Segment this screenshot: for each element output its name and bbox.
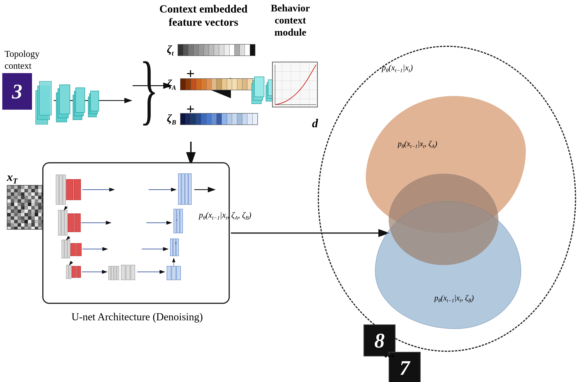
svg-rect-143 — [35, 213, 38, 216]
svg-rect-209 — [76, 243, 81, 256]
svg-rect-45 — [28, 185, 31, 189]
svg-rect-107 — [35, 203, 38, 206]
svg-rect-114 — [18, 206, 21, 209]
svg-rect-63 — [7, 192, 11, 196]
svg-rect-218 — [109, 266, 111, 280]
svg-rect-138 — [18, 213, 21, 216]
curly-brace: } — [140, 50, 158, 128]
p-outer-label: pθ(xt−1|xt) — [382, 63, 413, 74]
svg-rect-207 — [68, 240, 70, 258]
svg-rect-39 — [7, 185, 11, 189]
svg-rect-51 — [7, 189, 11, 192]
svg-rect-99 — [7, 203, 11, 206]
svg-rect-92 — [24, 199, 28, 203]
svg-rect-142 — [31, 213, 35, 216]
svg-rect-55 — [21, 189, 24, 192]
input-digit-box: 3 — [2, 73, 32, 110]
svg-rect-203 — [68, 214, 74, 232]
svg-rect-119 — [35, 206, 38, 209]
unet-architecture-box — [42, 162, 230, 304]
svg-rect-60 — [38, 189, 42, 192]
svg-rect-140 — [24, 213, 28, 216]
svg-rect-68 — [24, 192, 28, 196]
svg-rect-129 — [28, 209, 31, 213]
svg-rect-246 — [185, 174, 188, 204]
svg-rect-126 — [18, 209, 21, 213]
svg-rect-70 — [31, 192, 35, 196]
zeta-t-vector — [178, 44, 255, 56]
svg-rect-118 — [31, 206, 35, 209]
svg-rect-111 — [7, 206, 11, 209]
svg-rect-104 — [24, 203, 28, 206]
svg-rect-178 — [31, 223, 35, 227]
svg-rect-184 — [11, 227, 14, 230]
svg-rect-161 — [14, 220, 18, 223]
svg-rect-148 — [11, 216, 14, 220]
svg-rect-108 — [38, 203, 42, 206]
digit-7-text: 7 — [400, 356, 410, 380]
svg-rect-112 — [11, 206, 14, 209]
svg-rect-135 — [7, 213, 11, 216]
svg-rect-81 — [28, 196, 31, 199]
svg-rect-188 — [24, 227, 28, 230]
svg-rect-205 — [62, 240, 64, 258]
svg-rect-59 — [35, 189, 38, 192]
svg-rect-124 — [11, 209, 14, 213]
zeta-t-label: ζt — [167, 43, 173, 57]
zeta-a-vector — [180, 78, 258, 90]
svg-rect-247 — [189, 174, 191, 204]
svg-rect-195 — [56, 175, 59, 204]
svg-rect-186 — [18, 227, 21, 230]
svg-rect-100 — [11, 203, 14, 206]
svg-rect-150 — [18, 216, 21, 220]
svg-rect-183 — [7, 227, 11, 230]
svg-rect-163 — [21, 220, 24, 223]
diagram-container: Topology context module 3 — [0, 0, 588, 382]
svg-rect-211 — [69, 265, 71, 279]
svg-rect-67 — [21, 192, 24, 196]
svg-rect-189 — [28, 227, 31, 230]
svg-rect-79 — [21, 196, 24, 199]
svg-rect-192 — [38, 227, 42, 230]
svg-rect-120 — [38, 206, 42, 209]
svg-rect-239 — [173, 239, 176, 256]
svg-rect-40 — [11, 185, 14, 189]
svg-rect-162 — [18, 220, 21, 223]
encoder-stack-3 — [73, 87, 84, 123]
svg-rect-219 — [111, 266, 113, 280]
svg-rect-179 — [35, 223, 38, 227]
svg-rect-95 — [35, 199, 38, 203]
svg-rect-151 — [21, 216, 24, 220]
svg-rect-224 — [131, 265, 135, 280]
encoder-stack-4 — [88, 90, 99, 122]
svg-rect-221 — [117, 266, 119, 280]
svg-rect-76 — [11, 196, 14, 199]
svg-rect-41 — [14, 185, 18, 189]
svg-rect-243 — [180, 209, 183, 233]
unet-label: U-net Architecture (Denoising) — [43, 311, 231, 323]
svg-rect-56 — [24, 189, 28, 192]
svg-rect-130 — [31, 209, 35, 213]
svg-rect-82 — [31, 196, 35, 199]
svg-rect-125 — [14, 209, 18, 213]
svg-rect-200 — [58, 210, 61, 235]
svg-rect-175 — [21, 223, 24, 227]
svg-rect-141 — [28, 213, 31, 216]
svg-rect-90 — [18, 199, 21, 203]
svg-rect-123 — [7, 209, 11, 213]
svg-rect-154 — [31, 216, 35, 220]
svg-rect-93 — [28, 199, 31, 203]
svg-rect-54 — [18, 189, 21, 192]
svg-rect-144 — [38, 213, 42, 216]
svg-rect-64 — [11, 192, 14, 196]
svg-rect-42 — [18, 185, 21, 189]
svg-rect-78 — [18, 196, 21, 199]
svg-rect-149 — [14, 216, 18, 220]
svg-rect-137 — [14, 213, 18, 216]
svg-rect-152 — [24, 216, 28, 220]
digit-8-text: 8 — [375, 329, 385, 352]
svg-rect-198 — [66, 179, 73, 200]
svg-rect-52 — [11, 189, 14, 192]
svg-rect-190 — [31, 227, 35, 230]
zeta-b-label: ζB — [167, 112, 176, 126]
